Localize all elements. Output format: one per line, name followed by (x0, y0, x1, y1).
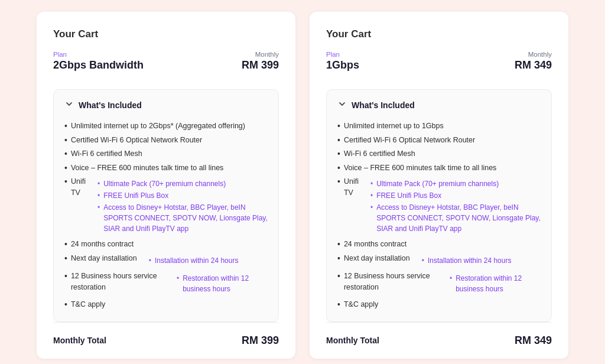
cart-card-1: Your CartPlanMonthly2Gbps BandwidthRM 39… (37, 12, 295, 359)
plan-price: RM 399 (242, 59, 279, 72)
divider (53, 322, 279, 323)
included-section: What's IncludedUnlimited internet up to … (53, 89, 279, 322)
divider (326, 322, 552, 323)
included-header: What's Included (337, 99, 541, 111)
sub-list-item: FREE Unifi Plus Box (97, 190, 268, 202)
monthly-total-price: RM 349 (515, 334, 552, 347)
plan-bottom-row: 2Gbps BandwidthRM 399 (53, 59, 279, 72)
sub-list: Installation within 24 hours (149, 255, 239, 266)
page-wrapper: Your CartPlanMonthly2Gbps BandwidthRM 39… (37, 12, 568, 359)
list-item: Unlimited internet up to 1Gbps (337, 119, 541, 134)
plan-name: 2Gbps Bandwidth (53, 59, 144, 72)
monthly-total-label: Monthly Total (53, 336, 106, 345)
items-list: Unlimited internet up to 2Gbps* (Aggrega… (64, 119, 268, 312)
monthly-label: Monthly (255, 51, 279, 58)
chevron-down-icon[interactable] (337, 99, 347, 111)
list-item: Next day installationInstallation within… (337, 252, 541, 269)
plan-header-group: PlanMonthly2Gbps BandwidthRM 399 (53, 51, 279, 72)
plan-bottom-row: 1GbpsRM 349 (326, 59, 552, 72)
list-item: 24 months contract (64, 238, 268, 252)
plan-top-row: PlanMonthly (53, 51, 279, 58)
list-item: Certified Wi-Fi 6 Optical Network Router (64, 134, 268, 148)
list-item: Voice – FREE 600 minutes talk time to al… (337, 161, 541, 176)
list-item: Unifi TVUltimate Pack (70+ premium chann… (337, 175, 541, 238)
sub-list: Ultimate Pack (70+ premium channels)FREE… (370, 178, 541, 235)
monthly-total-row: Monthly TotalRM 399 (53, 325, 279, 359)
monthly-total-label: Monthly Total (326, 336, 379, 345)
included-title: What's Included (79, 100, 142, 110)
sub-list: Restoration within 12 business hours (450, 272, 541, 295)
cart-card-2: Your CartPlanMonthly1GbpsRM 349 What's I… (310, 12, 568, 359)
included-header: What's Included (64, 99, 268, 111)
included-section: What's IncludedUnlimited internet up to … (326, 89, 552, 322)
list-item: Certified Wi-Fi 6 Optical Network Router (337, 134, 541, 148)
sub-list-item: Ultimate Pack (70+ premium channels) (97, 178, 268, 190)
list-item: Next day installationInstallation within… (64, 252, 268, 269)
list-item: Unlimited internet up to 2Gbps* (Aggrega… (64, 119, 268, 134)
list-item: Voice – FREE 600 minutes talk time to al… (64, 161, 268, 176)
monthly-total-price: RM 399 (242, 334, 279, 347)
sub-list-item: Ultimate Pack (70+ premium channels) (370, 178, 541, 190)
plan-top-row: PlanMonthly (326, 51, 552, 58)
sub-list: Restoration within 12 business hours (177, 272, 268, 295)
sub-list-item: Access to Disney+ Hotstar, BBC Player, b… (370, 202, 541, 235)
plan-name: 1Gbps (326, 59, 359, 72)
sub-list-item: Access to Disney+ Hotstar, BBC Player, b… (97, 202, 268, 235)
sub-list-item: FREE Unifi Plus Box (370, 190, 541, 202)
included-title: What's Included (352, 100, 415, 110)
monthly-total-row: Monthly TotalRM 349 (326, 325, 552, 359)
chevron-down-icon[interactable] (64, 99, 74, 111)
sub-list: Installation within 24 hours (422, 255, 512, 266)
list-item: Wi-Fi 6 certified Mesh (64, 147, 268, 161)
plan-label: Plan (326, 51, 340, 58)
sub-list: Ultimate Pack (70+ premium channels)FREE… (97, 178, 268, 235)
items-list: Unlimited internet up to 1GbpsCertified … (337, 119, 541, 312)
sub-list-item: Restoration within 12 business hours (450, 272, 541, 295)
list-item: T&C apply (64, 298, 268, 312)
cart-title: Your Cart (326, 28, 552, 40)
list-item: 12 Business hours service restorationRes… (64, 269, 268, 298)
cart-title: Your Cart (53, 28, 279, 40)
monthly-label: Monthly (528, 51, 552, 58)
list-item: Unifi TVUltimate Pack (70+ premium chann… (64, 175, 268, 238)
plan-header-group: PlanMonthly1GbpsRM 349 (326, 51, 552, 72)
list-item: Wi-Fi 6 certified Mesh (337, 147, 541, 161)
sub-list-item: Installation within 24 hours (422, 255, 512, 266)
sub-list-item: Restoration within 12 business hours (177, 272, 268, 295)
sub-list-item: Installation within 24 hours (149, 255, 239, 266)
list-item: T&C apply (337, 298, 541, 312)
list-item: 12 Business hours service restorationRes… (337, 269, 541, 298)
plan-price: RM 349 (515, 59, 552, 72)
list-item: 24 months contract (337, 238, 541, 252)
plan-label: Plan (53, 51, 67, 58)
